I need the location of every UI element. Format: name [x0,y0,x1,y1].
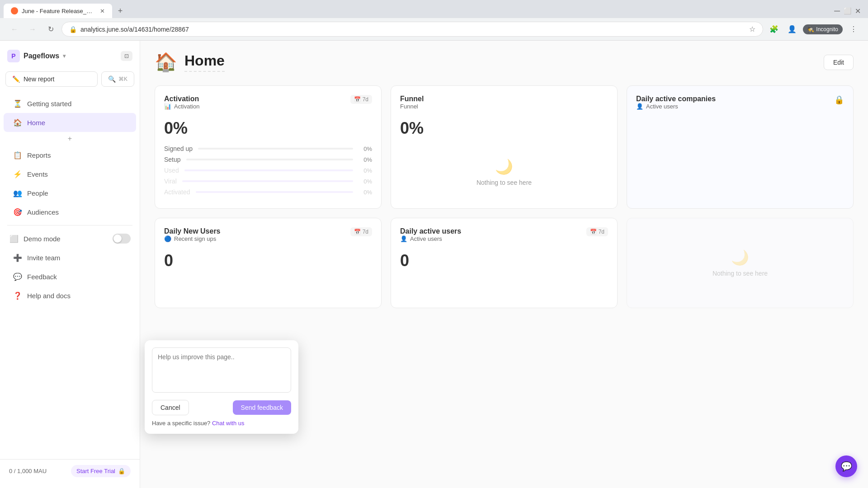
mau-text: 0 / 1,000 MAU [9,468,47,474]
minimize-button[interactable]: ─ [834,6,840,16]
bar [184,169,353,171]
empty-icon: 🌙 [495,158,513,175]
funnel-card: Funnel Funnel 0% 🌙 Nothing to see here [391,85,618,209]
browser-chrome: June - Feature Release_QR Code... ✕ + ─ … [0,0,868,41]
card-row: Activated 0% [164,188,372,196]
page-title-area: 🏠 Home [155,52,225,73]
search-button[interactable]: 🔍 ⌘K [101,71,134,87]
chat-with-us-link[interactable]: Chat with us [212,420,245,427]
menu-button[interactable]: ⋮ [846,22,861,37]
send-feedback-button[interactable]: Send feedback [233,400,291,415]
sidebar-item-events[interactable]: ⚡ Events [4,164,136,183]
sidebar-item-invite-team[interactable]: ➕ Invite team [4,248,136,267]
search-icon: 🔍 [108,75,116,83]
back-button[interactable]: ← [7,22,22,37]
sidebar-item-audiences[interactable]: 🎯 Audiences [4,202,136,221]
workspace-selector[interactable]: P Pageflows ▾ [7,50,66,62]
tab-bar: June - Feature Release_QR Code... ✕ + ─ … [0,0,868,18]
bookmark-icon[interactable]: ☆ [749,25,755,33]
feedback-textarea[interactable] [152,347,291,393]
card-subtitle: Funnel [400,103,424,110]
sidebar: P Pageflows ▾ ⊡ ✏️ New report 🔍 ⌘K ⏳ Get… [0,41,140,488]
app-container: P Pageflows ▾ ⊡ ✏️ New report 🔍 ⌘K ⏳ Get… [0,41,868,488]
extensions-button[interactable]: 🧩 [767,22,781,37]
chat-bubble-button[interactable]: 💬 [835,455,857,477]
browser-controls: ← → ↻ 🔒 analytics.june.so/a/14631/home/2… [0,18,868,40]
card-badge: 📅 7d [350,227,372,236]
refresh-button[interactable]: ↻ [43,22,58,37]
sidebar-item-feedback[interactable]: 💬 Feedback [4,267,136,286]
card-title: Daily New Users [164,227,221,235]
sidebar-nav: ⏳ Getting started 🏠 Home + 📋 Reports ⚡ E… [0,94,140,457]
card-badge: 📅 7d [586,227,608,236]
free-trial-button[interactable]: Start Free Trial 🔒 [71,465,131,477]
card-value: 0% [400,119,608,138]
empty-text: Nothing to see here [476,179,532,186]
demo-mode-toggle[interactable] [113,234,131,244]
card-header: Daily New Users 🔵 Recent sign ups 📅 7d [164,227,372,248]
sidebar-item-label: Getting started [27,100,71,108]
feedback-popup: Cancel Send feedback Have a specific iss… [145,340,298,434]
card-header: Funnel Funnel [400,95,608,115]
sidebar-item-label: People [27,189,48,197]
people-icon: 👥 [13,188,23,198]
edit-icon: ✏️ [12,75,20,83]
sidebar-item-demo-mode[interactable]: ⬜ Demo mode [0,229,140,248]
forward-button[interactable]: → [25,22,40,37]
close-button[interactable]: ✕ [855,7,861,15]
card-subtitle-text: Active users [410,235,442,242]
tab-title: June - Feature Release_QR Code... [22,8,93,14]
new-report-button[interactable]: ✏️ New report [5,71,98,87]
add-section-row: + [0,132,140,145]
demo-mode-icon: ⬜ [9,234,19,244]
chat-link-row: Have a specific issue? Chat with us [152,420,291,427]
empty-state [636,119,844,191]
card-subtitle-icon: 🔵 [164,235,171,242]
card-subtitle: 👤 Active users [636,103,716,110]
bar [198,148,353,150]
card-subtitle-icon: 📊 [164,103,171,110]
user-icon: 👤 [400,235,407,242]
dashboard-grid: Activation 📊 Activation 📅 7d 0% Signed [155,85,854,308]
bar [186,159,353,160]
audiences-icon: 🎯 [13,207,23,217]
sidebar-item-getting-started[interactable]: ⏳ Getting started [4,94,136,113]
card-subtitle-text: Recent sign ups [174,235,216,242]
card-title: Activation [164,95,199,103]
sidebar-item-reports[interactable]: 📋 Reports [4,145,136,164]
page-icon: 🏠 [155,52,177,73]
address-bar[interactable]: 🔒 analytics.june.so/a/14631/home/28867 ☆ [61,22,763,37]
mau-bar: 0 / 1,000 MAU Start Free Trial 🔒 [0,459,140,483]
sidebar-divider [7,225,132,225]
invite-icon: ➕ [13,253,23,263]
card-header: Daily active users 👤 Active users 📅 7d [400,227,608,248]
card-title: Daily active users [400,227,461,235]
sidebar-top-actions: ✏️ New report 🔍 ⌘K [0,71,140,87]
edit-button[interactable]: Edit [824,55,854,70]
maximize-button[interactable]: ⬜ [844,7,851,14]
sidebar-collapse-button[interactable]: ⊡ [121,51,132,61]
sidebar-item-home[interactable]: 🏠 Home [4,113,136,132]
sidebar-item-label: Audiences [27,208,59,216]
card-subtitle: 👤 Active users [400,235,461,242]
lock-badge-icon: 🔒 [834,95,844,105]
incognito-badge: 🕵️ Incognito [803,24,843,34]
cancel-button[interactable]: Cancel [152,400,189,415]
sidebar-item-label: Reports [27,151,51,159]
workspace-icon: P [7,50,20,62]
card-header: Daily active companies 👤 Active users 🔒 [636,95,844,115]
card-header: Activation 📊 Activation 📅 7d [164,95,372,115]
tab-close-button[interactable]: ✕ [100,8,105,14]
sidebar-item-people[interactable]: 👥 People [4,183,136,202]
profile-button[interactable]: 👤 [785,22,799,37]
reports-icon: 📋 [13,150,23,160]
add-button[interactable]: + [65,134,75,144]
card-row: Viral 0% [164,178,372,185]
help-icon: ❓ [13,291,23,300]
browser-actions: 🧩 👤 🕵️ Incognito ⋮ [767,22,861,37]
calendar-icon: 📅 [590,229,597,235]
extra-card: 🌙 Nothing to see here [627,218,854,308]
new-tab-button[interactable]: + [114,5,127,17]
active-tab[interactable]: June - Feature Release_QR Code... ✕ [4,4,112,18]
sidebar-item-help[interactable]: ❓ Help and docs [4,286,136,305]
